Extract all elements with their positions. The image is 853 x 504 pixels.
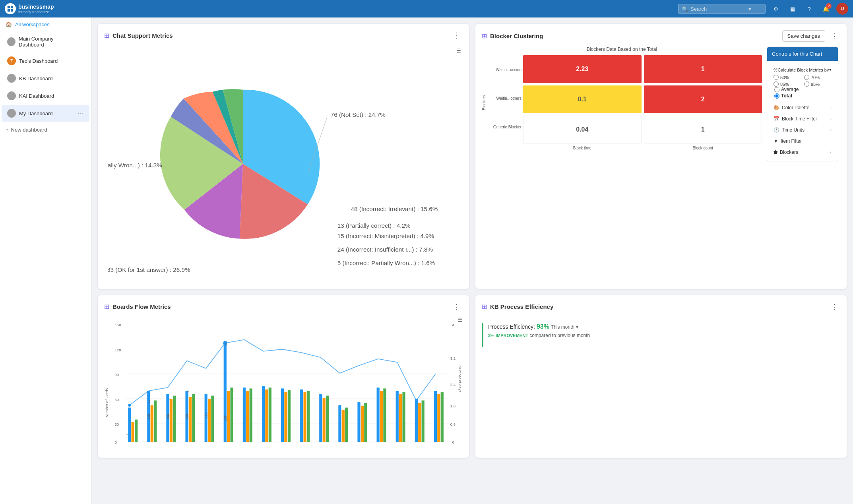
pie-chart-container: ☰	[104, 45, 463, 283]
block-time-filter-row[interactable]: 📅 Block Time Filter ‹	[770, 113, 835, 124]
heatmap-cell-1-0: 0.1	[523, 85, 642, 113]
svg-rect-76	[399, 394, 402, 442]
time-units-label: Time Units	[782, 127, 805, 133]
radio-85[interactable]: 85%	[774, 81, 801, 87]
boards-flow-svg: 150 120 90 60 30 0 4 3.2 2.4 1.6 0.8 0	[104, 317, 463, 451]
avatar[interactable]: U	[836, 3, 848, 15]
app-name: businessmap	[18, 4, 54, 10]
heatmap-cell-2-0: 0.04	[523, 116, 642, 143]
calculate-section: % Calculate Block Metrics by ▾ 50% 70% 8…	[770, 64, 835, 102]
svg-rect-34	[132, 422, 134, 442]
sidebar-item-menu-my[interactable]: ⋯	[78, 110, 84, 117]
svg-text:1.6: 1.6	[450, 404, 456, 408]
svg-text:0: 0	[452, 440, 454, 444]
sidebar-item-my[interactable]: My Dashboard ⋯	[2, 105, 89, 122]
svg-rect-79	[418, 403, 421, 442]
efficiency-bar	[482, 323, 483, 347]
svg-rect-73	[380, 391, 383, 442]
save-changes-button[interactable]: Save changes	[782, 30, 825, 42]
x-label-0: Block time	[523, 146, 642, 150]
svg-rect-63	[319, 394, 322, 442]
kb-process-header: ⊞ KB Process Efficiency ⋮	[482, 302, 840, 312]
grid-button[interactable]: ▦	[786, 2, 799, 15]
svg-text:Number of days: Number of days	[458, 365, 462, 392]
boards-flow-chart-menu[interactable]: ☰	[458, 317, 463, 323]
svg-rect-48	[224, 341, 227, 442]
radio-options: 50% 70% 85% 95%	[774, 75, 832, 87]
kb-process-title-area: ⊞ KB Process Efficiency	[482, 303, 553, 310]
radio-average[interactable]: Average	[774, 87, 832, 92]
sidebar-avatar-kai	[7, 91, 16, 100]
controls-header: Controls for this Chart	[767, 47, 838, 61]
blocker-title: Blocker Clustering	[490, 33, 543, 39]
blockers-label: Blockers	[780, 149, 798, 155]
svg-rect-1	[11, 6, 13, 8]
heatmap-wrapper: Blockers Waitin...ussion Waitin...others…	[482, 55, 762, 150]
color-palette-row[interactable]: 🎨 Color Palette ‹	[770, 102, 835, 113]
main-content: ⊞ Chat Support Metrics ⋮ ☰	[91, 17, 853, 504]
workspace-button[interactable]: 🏠 All workspaces	[0, 17, 91, 31]
blockers-chevron: ‹	[830, 150, 832, 155]
chat-support-menu-button[interactable]: ⋮	[451, 30, 463, 41]
sidebar-item-teo[interactable]: T Teo's Dashboard ⋯	[2, 52, 89, 69]
kb-process-menu-button[interactable]: ⋮	[828, 302, 840, 312]
new-dashboard-button[interactable]: + New dashboard	[0, 124, 91, 136]
svg-rect-70	[361, 405, 364, 442]
calc-chevron: ▾	[829, 67, 832, 72]
calculate-label: % Calculate Block Metrics by ▾	[774, 67, 832, 72]
blocker-menu-button[interactable]: ⋮	[828, 31, 840, 41]
svg-rect-74	[383, 388, 386, 442]
svg-rect-66	[338, 405, 341, 442]
svg-rect-83	[441, 392, 444, 442]
svg-rect-78	[415, 399, 418, 442]
sidebar-item-main-company[interactable]: Main Company Dashboard ⋯	[2, 32, 89, 52]
heatmap-cell-0-0: 2.23	[523, 55, 642, 83]
svg-text:13 (Partially correct) : 4.2%: 13 (Partially correct) : 4.2%	[337, 222, 411, 229]
svg-rect-33	[128, 407, 131, 442]
heatmap-cell-0-1: 1	[644, 55, 762, 83]
svg-rect-56	[269, 388, 271, 442]
boards-flow-chart-wrapper: ☰ 150 120 90 60 30 0 4 3.2 2.4 1.6 0.8 0	[104, 317, 463, 452]
calc-icon: %	[774, 68, 777, 72]
svg-rect-47	[211, 395, 214, 442]
radio-total[interactable]: Total	[774, 93, 832, 99]
radio-95[interactable]: 95%	[804, 81, 832, 87]
search-bar[interactable]: 🔍 ▾	[678, 4, 766, 14]
search-input[interactable]	[690, 6, 746, 12]
improvement-line: 3% IMPROVEMENT compared to previous mont…	[488, 333, 590, 338]
sidebar-item-kb[interactable]: KB Dashboard ⋯	[2, 70, 89, 87]
palette-icon: 🎨	[774, 105, 779, 110]
notifications-button[interactable]: 🔔 2	[820, 2, 832, 15]
kb-process-icon: ⊞	[482, 303, 487, 310]
kb-process-card: ⊞ KB Process Efficiency ⋮ Process Effici…	[475, 295, 847, 458]
radio-70[interactable]: 70%	[804, 75, 832, 80]
svg-rect-65	[326, 395, 329, 442]
settings-button[interactable]: ⚙	[770, 2, 782, 15]
svg-rect-81	[434, 391, 437, 442]
chat-support-header: ⊞ Chat Support Metrics ⋮	[104, 30, 463, 41]
chat-support-title-area: ⊞ Chat Support Metrics	[104, 32, 173, 39]
clock-icon: 🕐	[774, 127, 779, 133]
svg-text:2.4: 2.4	[450, 382, 456, 387]
time-units-row[interactable]: 🕐 Time Units ‹	[770, 124, 835, 136]
help-button[interactable]: ?	[803, 2, 816, 15]
radio-50[interactable]: 50%	[774, 75, 801, 80]
y-label-2: Generic Blocker	[490, 125, 521, 129]
boards-flow-menu-button[interactable]: ⋮	[451, 302, 463, 312]
pie-chart-svg: 76 (Not Set) : 24.7% 48 (Incorrect: Irre…	[108, 49, 459, 279]
svg-text:3.2: 3.2	[450, 356, 456, 361]
efficiency-main-text: Process Efficiency: 93% This month ▾	[488, 323, 590, 330]
sidebar-avatar-main	[7, 37, 16, 46]
svg-rect-35	[135, 419, 138, 442]
svg-text:5: 5	[149, 399, 151, 403]
sidebar-item-kai[interactable]: KAI Dashboard ⋯	[2, 87, 89, 104]
blockers-row[interactable]: ⬟ Blockers ‹	[770, 147, 835, 158]
search-dropdown-icon: ▾	[748, 6, 751, 12]
search-icon: 🔍	[682, 6, 688, 12]
boards-flow-header: ⊞ Boards Flow Metrics ⋮	[104, 302, 463, 312]
svg-rect-69	[357, 402, 360, 442]
y-axis-label: Blockers	[482, 95, 486, 110]
pie-chart-menu[interactable]: ☰	[456, 48, 461, 54]
item-filter-row[interactable]: ▼ Item Filter	[770, 136, 835, 147]
svg-rect-57	[281, 388, 284, 442]
